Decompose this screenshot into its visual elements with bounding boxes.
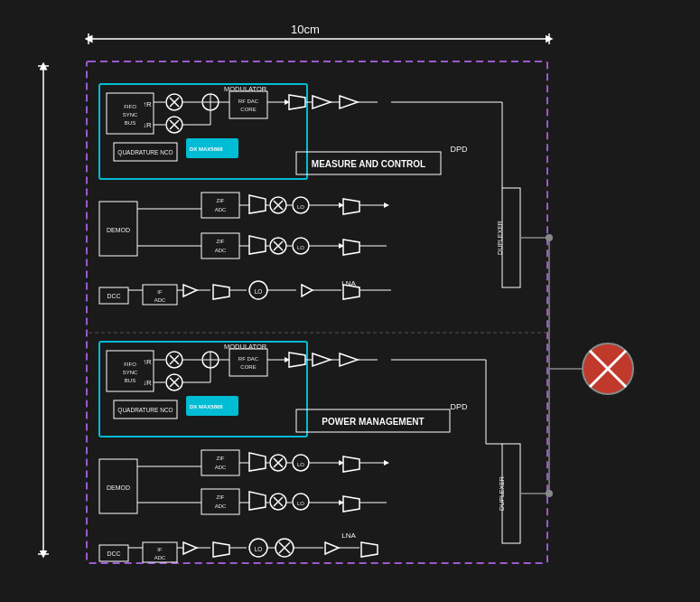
svg-text:↓R: ↓R	[143, 379, 152, 387]
demod-1-label: DEMOD	[106, 227, 129, 233]
svg-text:CORE: CORE	[240, 107, 256, 112]
measure-control-label: MEASURE AND CONTROL	[311, 159, 425, 169]
svg-text:BUS: BUS	[124, 378, 135, 383]
dcc-2-label: DCC	[107, 550, 120, 557]
svg-text:LO: LO	[296, 204, 303, 210]
svg-text:RF DAC: RF DAC	[238, 356, 258, 362]
svg-text:LO: LO	[254, 546, 262, 552]
svg-text:↑R: ↑R	[143, 358, 152, 366]
svg-text:RF DAC: RF DAC	[238, 99, 258, 104]
svg-text:IF: IF	[157, 289, 163, 295]
demod-2-label: DEMOD	[106, 484, 129, 491]
power-management-label: POWER MANAGEMENT	[322, 417, 424, 427]
svg-text:ADC: ADC	[154, 555, 165, 560]
dpd-2-label: DPD	[450, 402, 468, 411]
dcc-1-label: DCC	[107, 293, 120, 299]
svg-text:SYNC: SYNC	[122, 370, 137, 375]
svg-text:ZIF: ZIF	[216, 198, 224, 203]
svg-text:LO: LO	[296, 462, 303, 467]
svg-text:LO: LO	[254, 288, 262, 295]
modulator-1-label: MODULATOR	[224, 85, 267, 93]
svg-text:↓R: ↓R	[143, 121, 152, 129]
fifo-sync-bus-1-label: FIFO	[124, 104, 136, 109]
diagram-container: 10cm FIFO SYNC BUS ↑R ↓R MODULATOR	[16, 12, 685, 590]
svg-text:DX MAX5868: DX MAX5868	[190, 146, 223, 152]
dpd-1-label: DPD	[450, 145, 468, 154]
svg-rect-2	[16, 12, 685, 590]
svg-text:ZIF: ZIF	[216, 239, 224, 244]
svg-text:ZIF: ZIF	[216, 456, 224, 461]
svg-text:ADC: ADC	[214, 503, 226, 509]
svg-text:ZIF: ZIF	[216, 494, 224, 500]
fifo-sync-bus-1-label3: BUS	[124, 120, 135, 126]
svg-text:ADC: ADC	[214, 248, 226, 253]
duplexer-1-label: DUPLEXER	[497, 221, 503, 255]
quad-nco-2-label: QUADRATURE NCO	[117, 407, 173, 414]
svg-point-193	[546, 234, 553, 241]
svg-text:CORE: CORE	[240, 364, 256, 370]
svg-text:LO: LO	[296, 245, 303, 250]
measurement-label: 10cm	[291, 23, 320, 36]
quad-nco-1-label: QUADRATURE NCO	[117, 149, 173, 156]
svg-text:ADC: ADC	[154, 297, 165, 303]
svg-text:↑R: ↑R	[143, 100, 152, 108]
svg-text:IF: IF	[157, 547, 163, 552]
duplexer-2-label: DUPLEXER	[499, 476, 505, 511]
fifo-sync-bus-1-label2: SYNC	[122, 112, 137, 118]
svg-text:ADC: ADC	[214, 207, 226, 212]
svg-text:FIFO: FIFO	[124, 362, 136, 367]
svg-point-194	[546, 490, 553, 497]
modulator-2-label: MODULATOR	[224, 343, 267, 351]
svg-text:ADC: ADC	[214, 465, 226, 470]
svg-text:LO: LO	[296, 501, 303, 506]
svg-text:DX MAX5868: DX MAX5868	[190, 404, 223, 409]
lna-2-label: LNA	[341, 531, 356, 540]
